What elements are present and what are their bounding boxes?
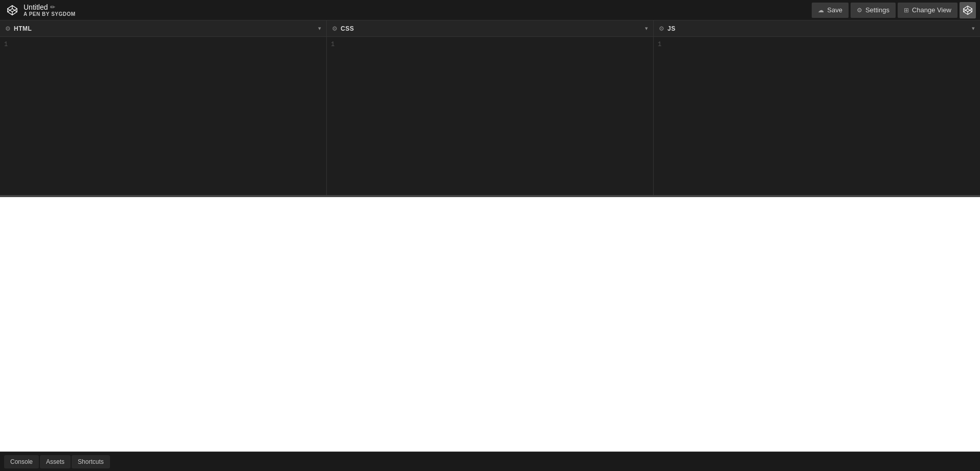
- css-line-1: 1: [331, 40, 649, 49]
- css-header-left: ⚙ CSS: [332, 25, 354, 32]
- html-chevron-icon[interactable]: ▾: [318, 25, 321, 32]
- js-editor-label: JS: [667, 25, 676, 32]
- js-chevron-icon[interactable]: ▾: [972, 25, 975, 32]
- css-editor-body[interactable]: 1: [327, 37, 653, 195]
- editors-area: ⚙ HTML ▾ 1 ⚙ CSS ▾ 1 ⚙ JS ▾: [0, 20, 980, 197]
- pen-title-area: Untitled ✏ A PEN BY Sygdom: [24, 3, 76, 17]
- settings-button[interactable]: ⚙ Settings: [851, 3, 896, 18]
- js-editor-body[interactable]: 1: [654, 37, 980, 195]
- navbar-right: ☁ Save ⚙ Settings ⊞ Change View: [812, 2, 976, 18]
- js-header-left: ⚙ JS: [659, 25, 676, 32]
- html-editor-label: HTML: [14, 25, 32, 32]
- js-gear-icon[interactable]: ⚙: [659, 25, 664, 32]
- css-editor-panel: ⚙ CSS ▾ 1: [327, 20, 654, 195]
- save-cloud-icon: ☁: [818, 7, 824, 14]
- html-editor-panel: ⚙ HTML ▾ 1: [0, 20, 327, 195]
- navbar: Untitled ✏ A PEN BY Sygdom ☁ Save ⚙ Sett…: [0, 0, 980, 20]
- js-editor-header: ⚙ JS ▾: [654, 20, 980, 37]
- js-line-1: 1: [658, 40, 976, 49]
- preview-area: [0, 197, 980, 452]
- pen-subtitle: A PEN BY Sygdom: [24, 11, 76, 17]
- navbar-left: Untitled ✏ A PEN BY Sygdom: [5, 3, 76, 17]
- html-editor-header: ⚙ HTML ▾: [0, 20, 326, 37]
- save-button[interactable]: ☁ Save: [812, 3, 849, 18]
- change-view-button[interactable]: ⊞ Change View: [898, 3, 957, 18]
- html-gear-icon[interactable]: ⚙: [5, 25, 11, 32]
- user-avatar-icon: [963, 5, 973, 15]
- change-view-icon: ⊞: [904, 7, 909, 14]
- html-header-left: ⚙ HTML: [5, 25, 32, 32]
- shortcuts-tab[interactable]: Shortcuts: [72, 455, 110, 468]
- bottom-bar: Console Assets Shortcuts: [0, 452, 980, 471]
- html-line-1: 1: [4, 40, 322, 49]
- css-chevron-icon[interactable]: ▾: [645, 25, 648, 32]
- css-editor-label: CSS: [341, 25, 354, 32]
- pen-title: Untitled ✏: [24, 3, 76, 11]
- css-gear-icon[interactable]: ⚙: [332, 25, 338, 32]
- console-tab[interactable]: Console: [4, 455, 39, 468]
- user-avatar-button[interactable]: [960, 2, 976, 18]
- css-editor-header: ⚙ CSS ▾: [327, 20, 653, 37]
- assets-tab[interactable]: Assets: [40, 455, 71, 468]
- settings-gear-icon: ⚙: [857, 7, 862, 14]
- edit-pen-icon[interactable]: ✏: [50, 4, 55, 11]
- js-editor-panel: ⚙ JS ▾ 1: [654, 20, 980, 195]
- codepen-logo-icon: [5, 3, 19, 17]
- html-editor-body[interactable]: 1: [0, 37, 326, 195]
- pen-title-text: Untitled: [24, 3, 48, 11]
